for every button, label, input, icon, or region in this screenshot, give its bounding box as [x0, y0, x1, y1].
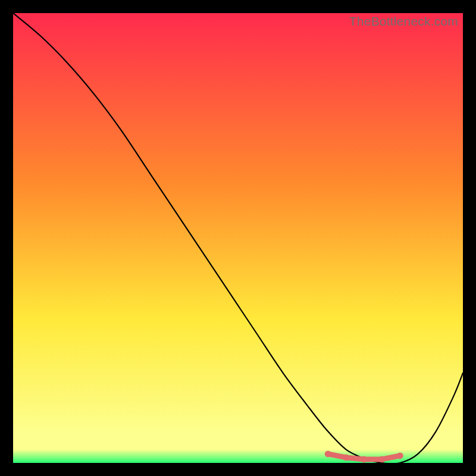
chart-frame: TheBottleneck.com — [13, 13, 463, 463]
gradient-background — [13, 13, 463, 463]
highlight-dot — [378, 456, 385, 462]
bottleneck-chart — [13, 13, 463, 463]
highlight-dot — [361, 456, 367, 462]
highlight-dot — [397, 452, 403, 459]
watermark-label: TheBottleneck.com — [349, 14, 458, 29]
highlight-dot — [325, 450, 331, 457]
highlight-dot — [343, 454, 349, 461]
